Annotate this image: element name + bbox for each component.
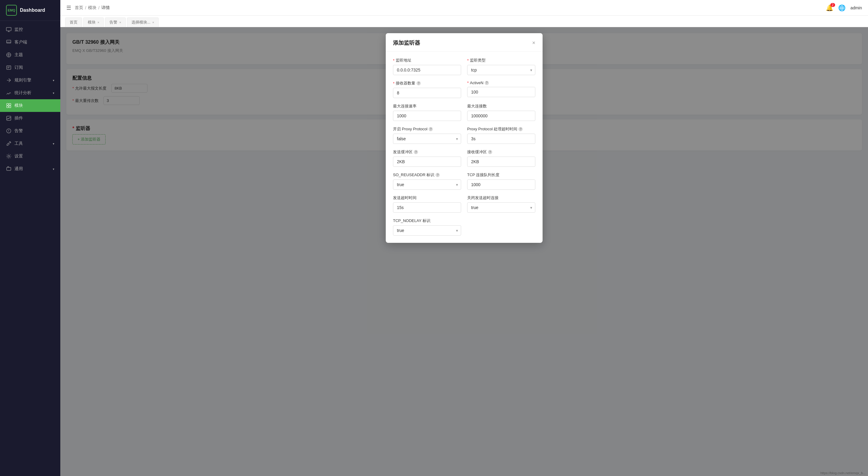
input-tcp-backlog[interactable] <box>467 179 535 190</box>
tab-home[interactable]: 首页 <box>65 18 82 27</box>
sidebar-item-rules[interactable]: 规则引擎 ▾ <box>0 74 60 87</box>
input-recv-buffer[interactable] <box>467 156 535 167</box>
form-group-send-timeout: 发送超时时间 <box>393 195 461 213</box>
sidebar-label-modules: 模块 <box>14 103 23 108</box>
label-proxy-protocol: 开启 Proxy Protocol ? <box>393 126 461 132</box>
clients-icon <box>6 39 11 45</box>
sidebar-item-alerts[interactable]: 告警 <box>0 125 60 137</box>
topbar: ☰ 首页 / 模块 / 详情 🔔 2 🌐 admin <box>60 0 868 16</box>
tab-module[interactable]: 模块 × <box>83 18 104 27</box>
svg-rect-11 <box>7 168 11 171</box>
select-close-on-send-timeout[interactable]: true false <box>467 202 535 213</box>
help-icon-recv-buffer[interactable]: ? <box>488 150 492 154</box>
help-icon-acceptors[interactable]: ? <box>416 81 421 85</box>
brand-name: Dashboard <box>20 7 45 13</box>
select-listen-type[interactable]: tcp ssl ws wss <box>467 65 535 75</box>
language-button[interactable]: 🌐 <box>838 4 846 11</box>
sidebar-navigation: 监控 客户端 主题 订阅 规则引擎 ▾ 统计分析 ▾ 模块 <box>0 21 60 476</box>
nav-arrow-stats: ▾ <box>53 91 54 95</box>
input-proxy-timeout[interactable] <box>467 133 535 144</box>
sidebar-item-plugins[interactable]: 插件 <box>0 112 60 125</box>
select-wrapper-proxy-protocol: false true <box>393 133 461 144</box>
tab-module-close[interactable]: × <box>97 21 99 24</box>
svg-rect-8 <box>7 116 11 120</box>
tabs-bar: 首页 模块 × 告警 × 选择模块... × <box>60 16 868 27</box>
sidebar-item-stats[interactable]: 统计分析 ▾ <box>0 87 60 99</box>
modal-close-button[interactable]: × <box>532 40 535 46</box>
svg-rect-3 <box>7 66 11 69</box>
sidebar-item-themes[interactable]: 主题 <box>0 49 60 61</box>
sidebar-label-general: 通用 <box>14 166 23 172</box>
select-so-reuseaddr[interactable]: true false <box>393 179 461 190</box>
menu-toggle-icon[interactable]: ☰ <box>66 4 71 11</box>
input-listen-addr[interactable] <box>393 65 461 75</box>
tab-select-close[interactable]: × <box>152 21 154 24</box>
main-content: ☰ 首页 / 模块 / 详情 🔔 2 🌐 admin 首页 模块 × <box>60 0 868 476</box>
sidebar-item-settings[interactable]: 设置 <box>0 150 60 162</box>
label-tcp-backlog: TCP 连接队列长度 <box>467 172 535 178</box>
notification-button[interactable]: 🔔 2 <box>826 4 833 11</box>
plugins-icon <box>6 116 11 121</box>
svg-rect-5 <box>9 103 11 105</box>
sidebar-item-general[interactable]: 通用 ▾ <box>0 162 60 175</box>
breadcrumb-module[interactable]: 模块 <box>88 5 96 10</box>
themes-icon <box>6 52 11 58</box>
modal-form-grid: * 监听地址 * 监听类型 <box>393 58 535 236</box>
input-max-conn-rate[interactable] <box>393 111 461 121</box>
subscriptions-icon <box>6 65 11 70</box>
user-menu[interactable]: admin <box>850 5 862 10</box>
breadcrumb: 首页 / 模块 / 详情 <box>75 5 110 10</box>
label-close-on-send-timeout: 关闭发送超时连接 <box>467 195 535 201</box>
sidebar-item-clients[interactable]: 客户端 <box>0 36 60 49</box>
nav-arrow-general: ▾ <box>53 168 54 171</box>
help-icon-send-buffer[interactable]: ? <box>414 150 418 154</box>
sidebar-item-tools[interactable]: 工具 ▾ <box>0 137 60 150</box>
tab-alert-close[interactable]: × <box>119 21 121 24</box>
svg-point-10 <box>8 155 10 157</box>
input-send-buffer[interactable] <box>393 156 461 167</box>
tab-alert[interactable]: 告警 × <box>105 18 125 27</box>
input-active-n[interactable] <box>467 87 535 97</box>
form-group-close-on-send-timeout: 关闭发送超时连接 true false <box>467 195 535 213</box>
breadcrumb-home[interactable]: 首页 <box>75 5 83 10</box>
form-group-listen-type: * 监听类型 tcp ssl ws wss <box>467 58 535 75</box>
label-tcp-nodelay: TCP_NODELAY 标识 <box>393 218 461 224</box>
sidebar-label-settings: 设置 <box>14 153 23 159</box>
modal-title: 添加监听器 <box>393 39 420 47</box>
add-listener-modal: 添加监听器 × * 监听地址 <box>386 33 542 243</box>
tab-select-module[interactable]: 选择模块... × <box>127 18 159 27</box>
sidebar-item-modules[interactable]: 模块 <box>0 99 60 112</box>
label-max-connections: 最大连接数 <box>467 103 535 109</box>
form-group-max-conn-rate: 最大连接速率 <box>393 103 461 121</box>
input-max-connections[interactable] <box>467 111 535 121</box>
select-wrapper-close-on-send-timeout: true false <box>467 202 535 213</box>
tab-home-label: 首页 <box>70 20 78 25</box>
breadcrumb-sep-2: / <box>98 5 99 10</box>
svg-rect-0 <box>6 27 11 31</box>
breadcrumb-detail: 详情 <box>101 5 110 10</box>
select-tcp-nodelay[interactable]: true false <box>393 225 461 236</box>
sidebar-item-subscriptions[interactable]: 订阅 <box>0 61 60 74</box>
help-icon-active-n[interactable]: ? <box>485 81 489 85</box>
form-group-send-buffer: 发送缓冲区 ? <box>393 149 461 167</box>
help-icon-proxy-protocol[interactable]: ? <box>429 127 433 131</box>
help-icon-proxy-timeout[interactable]: ? <box>519 127 523 131</box>
svg-rect-4 <box>7 103 8 105</box>
form-group-tcp-nodelay: TCP_NODELAY 标识 true false <box>393 218 461 236</box>
help-icon-so-reuseaddr[interactable]: ? <box>435 173 440 177</box>
monitor-icon <box>6 27 11 32</box>
label-proxy-timeout: Proxy Protocol 处理超时时间 ? <box>467 126 535 132</box>
label-acceptors: * 接收器数量 ? <box>393 81 461 86</box>
input-acceptors[interactable] <box>393 88 461 98</box>
form-group-so-reuseaddr: SO_REUSEADDR 标识 ? true false <box>393 172 461 190</box>
label-send-timeout: 发送超时时间 <box>393 195 461 201</box>
form-group-max-connections: 最大连接数 <box>467 103 535 121</box>
label-max-conn-rate: 最大连接速率 <box>393 103 461 109</box>
sidebar-label-plugins: 插件 <box>14 116 23 121</box>
nav-arrow-tools: ▾ <box>53 142 54 145</box>
input-send-timeout[interactable] <box>393 202 461 213</box>
sidebar-label-clients: 客户端 <box>14 39 27 45</box>
sidebar-item-monitor[interactable]: 监控 <box>0 23 60 36</box>
modal-body: * 监听地址 * 监听类型 <box>386 52 542 243</box>
select-proxy-protocol[interactable]: false true <box>393 133 461 144</box>
